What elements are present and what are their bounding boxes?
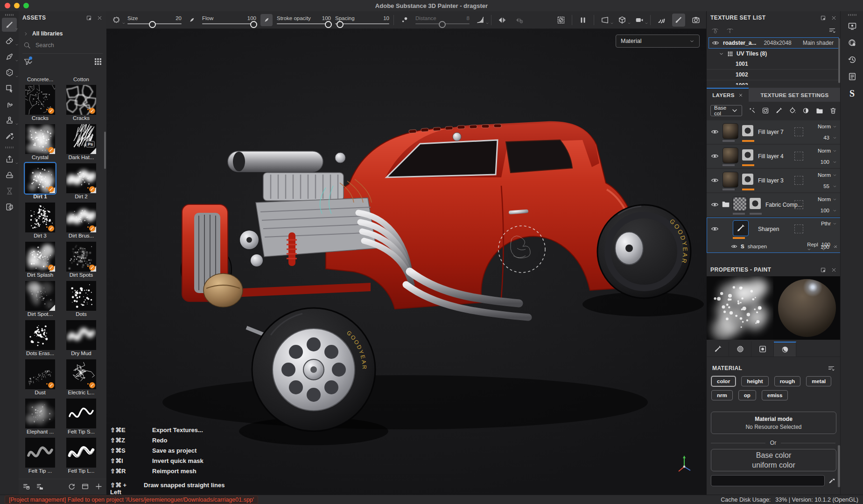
material-options-button[interactable] bbox=[828, 364, 835, 372]
asset-item[interactable]: Felt Tip S... bbox=[61, 399, 102, 438]
mask-drop-target[interactable] bbox=[794, 127, 803, 136]
add-group-button[interactable] bbox=[816, 107, 823, 114]
layer-visibility-toggle[interactable] bbox=[711, 152, 719, 160]
uv-tile[interactable]: 1003 bbox=[707, 80, 841, 85]
channel-filter-select[interactable]: Base col bbox=[710, 105, 742, 116]
falloff-curve-button[interactable] bbox=[474, 14, 487, 27]
delete-layer-button[interactable] bbox=[829, 107, 837, 114]
material-mode-box[interactable]: Material mode No Resource Selected bbox=[711, 412, 836, 434]
effect-visibility-toggle[interactable] bbox=[731, 243, 737, 250]
asset-item[interactable]: Dirt 2 bbox=[61, 163, 102, 203]
layer-visibility-toggle[interactable] bbox=[711, 225, 719, 233]
asset-item[interactable]: Dirt 1 bbox=[20, 163, 61, 203]
detach-panel-button[interactable] bbox=[820, 15, 826, 21]
tab-material[interactable] bbox=[774, 342, 796, 357]
asset-item[interactable]: Dots bbox=[61, 281, 102, 320]
add-asset-button[interactable] bbox=[95, 483, 103, 490]
selection-tool-button[interactable] bbox=[2, 81, 17, 95]
detach-panel-button[interactable] bbox=[820, 267, 826, 273]
close-panel-button[interactable] bbox=[831, 267, 837, 273]
log-button[interactable] bbox=[845, 70, 859, 83]
layer-row[interactable]: Fill layer 7Norm 43 bbox=[707, 120, 841, 144]
assets-scrollbar[interactable] bbox=[104, 132, 106, 169]
pending-tasks-button[interactable] bbox=[2, 184, 17, 198]
detach-panel-button[interactable] bbox=[86, 15, 92, 21]
export-resources-button[interactable] bbox=[36, 483, 44, 490]
display-settings-button[interactable] bbox=[845, 20, 859, 33]
asset-item[interactable]: Dirt 3 bbox=[20, 203, 61, 242]
uv-tile[interactable]: 1001 bbox=[707, 59, 841, 70]
tab-alpha[interactable] bbox=[729, 342, 751, 357]
flow-pressure-toggle[interactable] bbox=[260, 14, 273, 26]
blend-mode-select[interactable]: Norm bbox=[818, 196, 837, 202]
color-picker-button[interactable] bbox=[828, 477, 835, 484]
asset-item[interactable]: Dots Eras... bbox=[20, 320, 61, 359]
blend-mode-select[interactable]: Norm bbox=[818, 148, 837, 154]
viewport-3d[interactable]: GOODYEAR GOODYEAR bbox=[106, 29, 706, 495]
paint-layer-thumbnail[interactable] bbox=[733, 220, 749, 236]
layer-row-selected[interactable]: SharpenPthr 100 SsharpenRepl 100 bbox=[707, 217, 841, 253]
layer-row[interactable]: Fill layer 3Norm 55 bbox=[707, 169, 841, 192]
asset-item[interactable]: Cracks bbox=[61, 85, 102, 124]
asset-item[interactable]: Crystal bbox=[20, 124, 61, 163]
render-mode-button[interactable] bbox=[689, 14, 702, 27]
material-picker-tool-button[interactable] bbox=[2, 129, 17, 143]
search-input[interactable] bbox=[35, 42, 92, 49]
paint-mode-button[interactable] bbox=[672, 14, 685, 27]
material-thumbnail[interactable] bbox=[723, 172, 738, 188]
layer-row[interactable]: Fill layer 4Norm 100 bbox=[707, 145, 841, 168]
mask-drop-target[interactable] bbox=[794, 224, 803, 233]
asset-item[interactable]: Electric L... bbox=[61, 359, 102, 399]
brush-stroke-preview[interactable] bbox=[707, 276, 773, 340]
opacity-select[interactable]: 100 bbox=[821, 159, 837, 165]
layer-effect-row[interactable]: SsharpenRepl 100 bbox=[731, 242, 838, 251]
tab-brush[interactable] bbox=[707, 342, 729, 357]
texture-set-row[interactable]: roadster_a... 2048x2048 Main shader bbox=[709, 37, 839, 49]
asset-item[interactable]: Dry Mud bbox=[61, 320, 102, 359]
uv-tiles-row[interactable]: UV Tiles (8) bbox=[707, 49, 841, 59]
asset-item[interactable]: PsDark Hat... bbox=[61, 124, 102, 163]
asset-item[interactable]: Felt Tip ... bbox=[20, 438, 61, 477]
asset-item[interactable]: Dirt Spot... bbox=[20, 281, 61, 320]
toggle-all-visibility-button[interactable] bbox=[711, 27, 719, 34]
base-color-box[interactable]: Base color uniform color bbox=[711, 449, 836, 471]
symmetry-button[interactable] bbox=[496, 14, 509, 27]
3d-view-button[interactable] bbox=[616, 14, 629, 27]
close-panel-button[interactable] bbox=[831, 15, 837, 21]
spacing-slider[interactable] bbox=[335, 23, 389, 24]
layer-visibility-toggle[interactable] bbox=[711, 201, 719, 209]
projection-tool-button[interactable] bbox=[2, 49, 17, 63]
clone-tool-button[interactable] bbox=[2, 113, 17, 127]
add-mask-button[interactable] bbox=[802, 107, 810, 114]
add-paint-layer-button[interactable] bbox=[775, 107, 783, 114]
add-fill-layer-button[interactable] bbox=[789, 107, 796, 114]
all-libraries-row[interactable]: All libraries bbox=[19, 28, 106, 39]
distance-slider[interactable] bbox=[415, 23, 470, 24]
opacity-select[interactable]: 100 bbox=[821, 208, 837, 213]
resources-updater-button[interactable] bbox=[2, 200, 17, 214]
layer-group-row[interactable]: Fabric Comp...Norm 100 bbox=[707, 193, 841, 217]
quick-mask-button[interactable] bbox=[554, 14, 568, 27]
color-swatch[interactable] bbox=[711, 475, 825, 486]
mask-drop-target[interactable] bbox=[794, 176, 803, 185]
filter-button[interactable] bbox=[23, 58, 31, 65]
distance-knob[interactable] bbox=[439, 21, 446, 28]
asset-item[interactable]: Elephant ... bbox=[20, 399, 61, 438]
channel-button-rough[interactable]: rough bbox=[774, 376, 801, 386]
asset-item[interactable]: Fetl Tip L... bbox=[61, 438, 102, 477]
bake-mesh-maps-button[interactable] bbox=[2, 168, 17, 182]
tab-layers[interactable]: LAYERS bbox=[707, 88, 749, 102]
size-slider[interactable] bbox=[127, 23, 182, 24]
pause-engine-button[interactable] bbox=[576, 14, 589, 27]
close-panel-button[interactable] bbox=[97, 15, 103, 21]
axis-gizmo[interactable] bbox=[674, 455, 694, 474]
layer-visibility-toggle[interactable] bbox=[711, 176, 719, 184]
channel-thumbnail[interactable] bbox=[742, 125, 753, 136]
smudge-tool-button[interactable] bbox=[2, 97, 17, 111]
asset-item[interactable]: Dust bbox=[20, 359, 61, 399]
brush-preset-button[interactable] bbox=[110, 14, 123, 27]
mask-drop-target[interactable] bbox=[794, 152, 803, 161]
panel-grip[interactable] bbox=[848, 14, 856, 16]
group-thumbnail[interactable] bbox=[733, 197, 747, 211]
tab-texture-set-settings[interactable]: TEXTURE SET SETTINGS bbox=[749, 88, 841, 102]
